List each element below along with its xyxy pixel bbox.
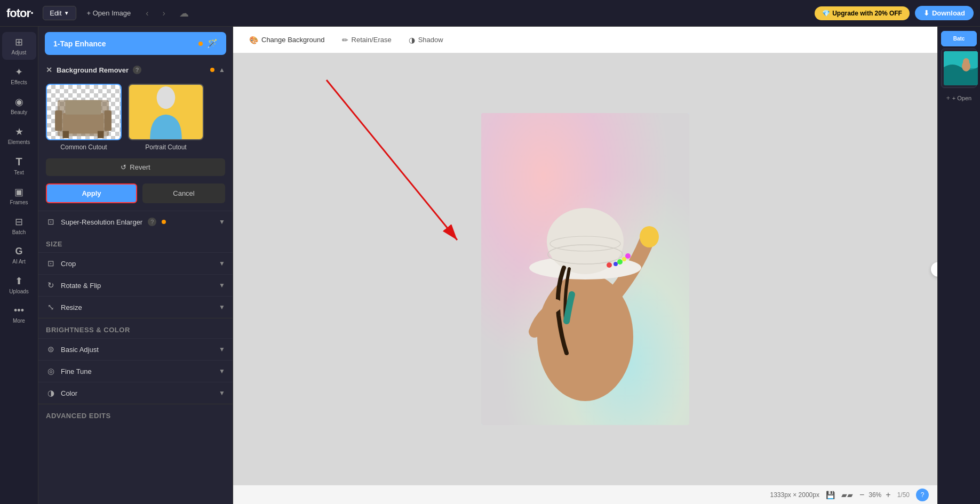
text-icon: T: [15, 156, 22, 168]
enlarge-icon: ⊡: [46, 217, 55, 227]
color-section[interactable]: ◑ Color ▼: [38, 382, 233, 404]
svg-rect-9: [161, 98, 170, 105]
edit-button[interactable]: Edit ▼: [43, 6, 76, 20]
basic-adjust-icon: ⊜: [46, 345, 55, 354]
batch-panel-label: Batc: [944, 34, 974, 44]
fine-tune-section[interactable]: ◎ Fine Tune ▼: [38, 360, 233, 382]
batch-icon: ⊟: [15, 216, 23, 228]
apply-cancel-row: Apply Cancel: [38, 181, 233, 211]
open-panel-button[interactable]: + + Open: [941, 90, 977, 106]
more-icon: •••: [14, 305, 24, 316]
left-panel: 1-Tap Enhance 🪄 ✕ Background Remover ? ▲: [38, 27, 233, 504]
wand-icon: 🪄: [207, 38, 218, 49]
close-icon: ✕: [46, 66, 52, 74]
battery-icon: ▰▰: [841, 491, 853, 499]
svg-line-24: [326, 80, 457, 240]
right-panel: Batc + + Open: [937, 27, 980, 504]
common-cutout-item[interactable]: Common Cutout: [46, 84, 122, 151]
app-logo: fotor·: [6, 6, 33, 20]
download-icon: ⬇: [923, 9, 929, 17]
gem-icon: 💎: [822, 10, 830, 17]
portrait-cutout-item[interactable]: Portrait Cutout: [128, 84, 204, 151]
size-label: Size: [38, 233, 233, 252]
sidebar-item-text[interactable]: T Text: [2, 151, 36, 180]
save-icon: 💾: [826, 491, 835, 499]
svg-point-22: [625, 253, 631, 259]
super-resolution-section[interactable]: ⊡ Super-Resolution Enlarger ? ▼: [38, 211, 233, 233]
zoom-level: 36%: [869, 491, 881, 499]
super-res-dot: [162, 220, 166, 224]
section-chevron-icon: ▲: [219, 66, 225, 74]
frames-icon: ▣: [14, 186, 23, 198]
rotate-icon: ↻: [46, 281, 55, 290]
rotate-chevron-icon: ▼: [219, 282, 225, 289]
svg-rect-1: [63, 113, 104, 133]
expand-handle[interactable]: ›: [931, 262, 937, 277]
icon-sidebar: ⊞ Adjust ✦ Effects ◉ Beauty ★ Elements T…: [0, 27, 38, 504]
basic-adjust-section[interactable]: ⊜ Basic Adjust ▼: [38, 338, 233, 360]
thumbnail-image: [944, 51, 978, 85]
open-image-button[interactable]: + Open Image: [82, 6, 137, 20]
cloud-save-icon[interactable]: ☁: [175, 5, 193, 21]
image-background: [481, 113, 689, 425]
one-tap-enhance-button[interactable]: 1-Tap Enhance 🪄: [45, 32, 226, 55]
apply-button[interactable]: Apply: [46, 183, 137, 203]
forward-button[interactable]: ›: [158, 6, 170, 20]
basic-adjust-chevron-icon: ▼: [219, 346, 225, 353]
orange-dot: [198, 42, 203, 46]
elements-icon: ★: [15, 126, 23, 138]
topbar: fotor· Edit ▼ + Open Image ‹ › ☁ 💎 Upgra…: [0, 0, 980, 27]
ai-art-icon: G: [15, 246, 22, 257]
upgrade-button[interactable]: 💎 Upgrade with 20% OFF: [815, 6, 910, 20]
page-indicator: 1/50: [897, 491, 910, 499]
svg-point-18: [607, 262, 612, 268]
zoom-in-button[interactable]: +: [886, 490, 890, 500]
bottom-bar: 1333px × 2000px 💾 ▰▰ − 36% + 1/50 ?: [233, 485, 937, 504]
rotate-flip-section[interactable]: ↻ Rotate & Flip ▼: [38, 274, 233, 296]
cancel-button[interactable]: Cancel: [142, 183, 225, 203]
resize-section[interactable]: ⤡ Resize ▼: [38, 296, 233, 318]
svg-point-19: [614, 262, 618, 266]
tab-shadow[interactable]: ◑ Shadow: [401, 31, 451, 49]
effects-icon: ✦: [15, 66, 23, 78]
super-res-chevron-icon: ▼: [219, 218, 225, 226]
sidebar-item-more[interactable]: ••• More: [2, 301, 36, 328]
batch-panel-item[interactable]: Batc: [941, 31, 977, 46]
fine-tune-icon: ◎: [46, 366, 55, 376]
sidebar-item-beauty[interactable]: ◉ Beauty: [2, 92, 36, 119]
portrait-cutout-thumb: [128, 84, 204, 140]
uploads-icon: ⬆: [15, 275, 23, 287]
retain-erase-icon: ✏: [342, 36, 348, 44]
main-image: [481, 113, 689, 425]
beauty-icon: ◉: [15, 96, 23, 108]
sidebar-item-ai-art[interactable]: G AI Art: [2, 242, 36, 269]
zoom-out-button[interactable]: −: [859, 490, 864, 500]
crop-chevron-icon: ▼: [219, 260, 225, 267]
download-button[interactable]: ⬇ Download: [915, 6, 974, 20]
canvas-viewport[interactable]: ›: [233, 53, 937, 485]
tab-retain-erase[interactable]: ✏ Retain/Erase: [334, 31, 399, 49]
svg-rect-5: [55, 110, 62, 131]
canvas-area: 🎨 Change Background ✏ Retain/Erase ◑ Sha…: [233, 27, 937, 504]
sidebar-item-uploads[interactable]: ⬆ Uploads: [2, 271, 36, 299]
help-button[interactable]: ?: [916, 489, 929, 501]
section-orange-dot: [210, 68, 214, 72]
back-button[interactable]: ‹: [141, 6, 153, 20]
info-icon: ?: [133, 66, 141, 74]
tab-bar: 🎨 Change Background ✏ Retain/Erase ◑ Sha…: [233, 27, 937, 53]
sidebar-item-effects[interactable]: ✦ Effects: [2, 62, 36, 90]
resize-icon: ⤡: [46, 302, 55, 312]
sidebar-item-frames[interactable]: ▣ Frames: [2, 182, 36, 210]
sidebar-item-batch[interactable]: ⊟ Batch: [2, 212, 36, 239]
crop-section[interactable]: ⊡ Crop ▼: [38, 252, 233, 274]
svg-point-20: [617, 259, 623, 265]
svg-rect-6: [104, 110, 111, 131]
background-remover-section-header[interactable]: ✕ Background Remover ? ▲: [38, 60, 233, 79]
sidebar-item-adjust[interactable]: ⊞ Adjust: [2, 32, 36, 60]
right-panel-thumbnail[interactable]: [941, 49, 977, 88]
sidebar-item-elements[interactable]: ★ Elements: [2, 122, 36, 149]
color-icon: ◑: [46, 388, 55, 398]
tab-change-background[interactable]: 🎨 Change Background: [242, 31, 332, 49]
revert-icon: ↺: [121, 163, 126, 171]
revert-button[interactable]: ↺ Revert: [46, 158, 225, 176]
